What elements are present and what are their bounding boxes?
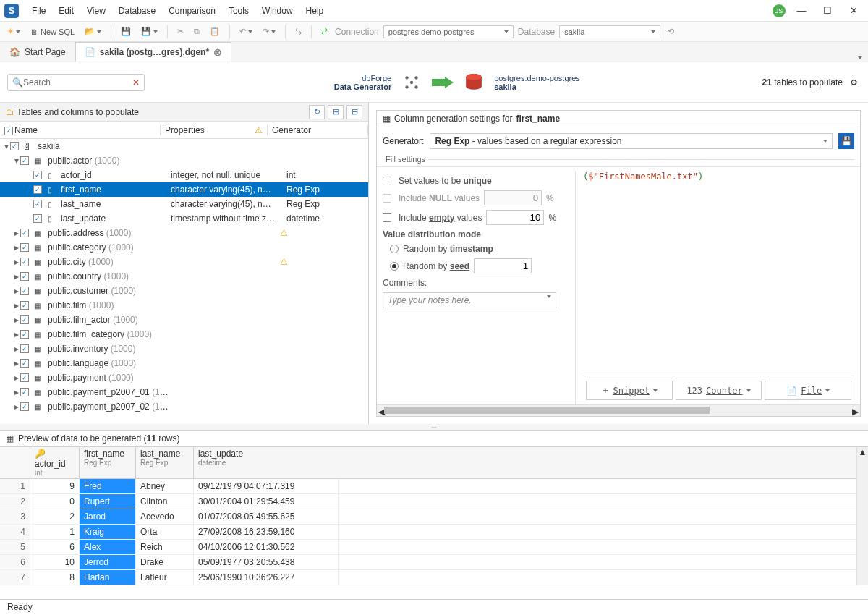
left-pane: 🗀 Tables and columns to populate ↻ ⊞ ⊟ N… [0, 103, 369, 424]
reconnect-button[interactable]: ⇄ [318, 25, 331, 38]
tree-view[interactable]: ▾🗄sakila▾▦public.actor (1000)▯actor_idin… [0, 139, 368, 424]
maximize-button[interactable]: ☐ [817, 4, 838, 18]
file-button[interactable]: 📄File [765, 381, 851, 400]
cut-button[interactable]: ✂ [174, 25, 187, 38]
arrow-icon [432, 77, 454, 88]
fill-settings-legend: Fill settings [383, 155, 428, 164]
banner-connection-label: postgres.demo-postgres [494, 74, 580, 82]
copy-button[interactable]: ⧉ [191, 25, 203, 38]
random-timestamp-radio[interactable] [390, 245, 399, 253]
menu-comparison[interactable]: Comparison [163, 3, 221, 19]
new-sql-button[interactable]: 🗎 New SQL [27, 26, 77, 38]
col-generator[interactable]: Generator [268, 125, 368, 135]
right-header-column: first_name [516, 114, 560, 124]
counter-button[interactable]: 123Counter [676, 381, 762, 400]
tab-dgen-sakila[interactable]: 📄sakila (postg…gres).dgen*⊗ [75, 42, 231, 62]
refresh-button[interactable]: ↻ [309, 105, 325, 119]
splitter[interactable]: ⋯ [0, 424, 868, 430]
redo-button[interactable]: ↷ [260, 25, 278, 38]
user-badge[interactable]: JS [773, 4, 786, 17]
search-input[interactable] [23, 77, 132, 88]
open-button[interactable]: 📂 [82, 25, 104, 38]
null-label: Include NULL values [399, 193, 480, 203]
save-all-button[interactable]: 💾 [138, 25, 161, 38]
close-button[interactable]: ✕ [843, 4, 864, 18]
null-checkbox [383, 194, 391, 203]
database-label: Database [518, 27, 555, 37]
db-refresh-button[interactable]: ⟲ [665, 25, 677, 38]
column-settings-icon: ▦ [383, 114, 391, 124]
svg-point-0 [406, 76, 409, 79]
svg-point-3 [415, 85, 418, 88]
left-pane-title: Tables and columns to populate [17, 107, 139, 117]
random-seed-label: Random by seed [403, 261, 469, 271]
banner-dbforge-label: dbForge [334, 74, 391, 82]
svg-point-7 [466, 74, 482, 80]
warning-icon: ⚠ [255, 125, 263, 135]
expand-all-button[interactable]: ⊞ [328, 105, 344, 119]
null-percent-input [484, 190, 542, 205]
tab-start-page[interactable]: 🏠Start Page [0, 42, 75, 62]
svg-point-2 [406, 85, 409, 88]
paste-button[interactable]: 📋 [207, 25, 223, 38]
app-logo: S [4, 4, 19, 18]
unique-label: Set values to be unique [399, 176, 492, 186]
minimize-button[interactable]: — [791, 4, 812, 18]
empty-percent-input[interactable] [486, 210, 544, 225]
menu-edit[interactable]: Edit [53, 3, 80, 19]
comments-label: Comments: [383, 278, 563, 288]
tab-overflow-button[interactable] [852, 51, 868, 62]
menu-tools[interactable]: Tools [223, 3, 255, 19]
grid-scrollbar[interactable]: ▲ [856, 447, 868, 585]
col-properties[interactable]: Properties [165, 125, 205, 135]
main-area: 🗀 Tables and columns to populate ↻ ⊞ ⊟ N… [0, 103, 868, 424]
snippet-button[interactable]: ＋Snippet [586, 381, 673, 400]
col-name[interactable]: Name [10, 125, 161, 135]
distribution-label: Value distribution mode [383, 229, 481, 239]
menu-file[interactable]: File [26, 3, 51, 19]
preview-grid[interactable]: 19FredAbney09/12/1979 04:07:17.31920Rupe… [0, 479, 868, 585]
search-box[interactable]: 🔍 ✕ [7, 74, 145, 91]
right-scrollbar[interactable]: ◀▶ [377, 404, 860, 416]
comments-input[interactable]: Type your notes here. [383, 292, 556, 308]
preview-title: Preview of data to be generated (11 rows… [18, 433, 179, 444]
collapse-all-button[interactable]: ⊟ [346, 105, 362, 119]
preview-pane: ▦ Preview of data to be generated (11 ro… [0, 430, 868, 585]
nav-button[interactable]: ⇆ [292, 25, 305, 38]
menu-view[interactable]: View [81, 3, 111, 19]
random-seed-radio[interactable] [390, 262, 399, 271]
empty-checkbox[interactable] [383, 213, 391, 222]
clear-search-icon[interactable]: ✕ [132, 77, 140, 88]
search-icon: 🔍 [12, 77, 23, 88]
toolbar: ✳ 🗎 New SQL 📂 💾 💾 ✂ ⧉ 📋 ↶ ↷ ⇆ ⇄ Connecti… [0, 22, 868, 42]
generator-dropdown[interactable]: Reg Exp - values based on a regular expr… [430, 133, 833, 149]
unique-checkbox[interactable] [383, 177, 391, 185]
expression-editor[interactable]: ($"FirstNamesMale.txt") [583, 171, 854, 182]
tree-check[interactable] [10, 142, 19, 150]
right-header-prefix: Column generation settings for [394, 114, 512, 124]
svg-marker-5 [432, 77, 454, 88]
menu-help[interactable]: Help [300, 3, 330, 19]
right-pane: ▦ Column generation settings for first_n… [369, 103, 868, 424]
generator-icon [402, 73, 421, 92]
generator-label: Generator: [383, 136, 424, 146]
banner-table-count: 21 [762, 77, 772, 88]
save-generator-button[interactable]: 💾 [838, 133, 854, 149]
save-button[interactable]: 💾 [118, 25, 134, 38]
preview-icon: ▦ [6, 433, 14, 444]
close-tab-icon[interactable]: ⊗ [213, 46, 222, 58]
menu-window[interactable]: Window [256, 3, 299, 19]
seed-input[interactable] [474, 258, 532, 273]
database-dropdown[interactable]: sakila [559, 25, 660, 38]
random-timestamp-label: Random by timestamp [403, 244, 493, 254]
svg-point-1 [415, 76, 418, 79]
tab-strip: 🏠Start Page 📄sakila (postg…gres).dgen*⊗ [0, 42, 868, 62]
header-banner: 🔍 ✕ dbForge Data Generator postgres.demo… [0, 62, 868, 103]
menu-database[interactable]: Database [113, 3, 161, 19]
settings-gear-icon[interactable]: ⚙ [850, 77, 858, 88]
new-object-button[interactable]: ✳ [4, 25, 23, 38]
connection-dropdown[interactable]: postgres.demo-postgres [383, 25, 514, 38]
banner-generator-label: Data Generator [334, 82, 391, 91]
status-bar: Ready [0, 599, 868, 615]
undo-button[interactable]: ↶ [237, 25, 255, 38]
